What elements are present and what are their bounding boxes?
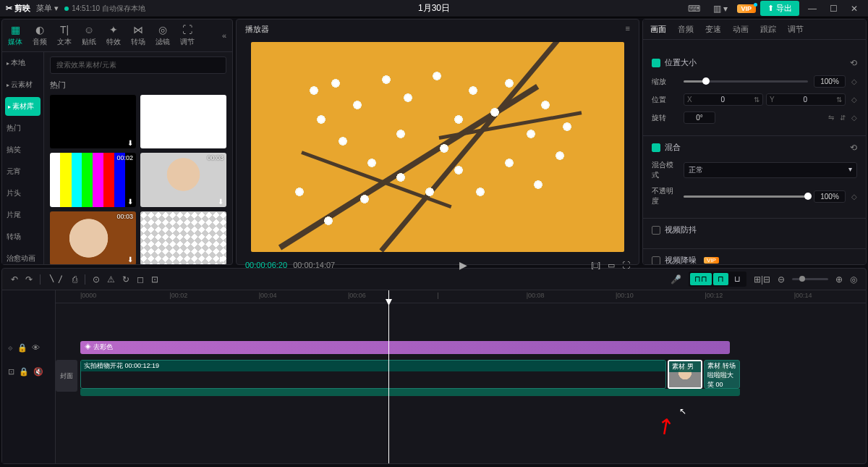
close-button[interactable]: ✕ <box>846 4 862 14</box>
sidebar-item-搞笑[interactable]: 搞笑 <box>2 139 43 161</box>
sidebar-item-云素材[interactable]: ▸云素材 <box>2 74 43 96</box>
tab-音频[interactable]: ◐音频 <box>33 24 47 47</box>
sidebar-item-片尾[interactable]: 片尾 <box>2 204 43 226</box>
player-viewport[interactable] <box>237 39 639 255</box>
timeline-tool[interactable]: ⊡ <box>151 274 158 285</box>
zoom-out-icon[interactable]: ⊖ <box>778 274 785 285</box>
media-thumbnail[interactable]: ⬇ <box>50 95 136 148</box>
shortcut-icon[interactable]: ⌨ <box>684 4 705 14</box>
snap-toggle[interactable]: ⊓⊓ ⊓ ⊔ <box>689 272 746 287</box>
keyframe-icon[interactable]: ◇ <box>851 193 857 201</box>
flip-h-icon[interactable]: ⇋ <box>828 114 834 122</box>
sidebar-item-元宵[interactable]: 元宵 <box>2 161 43 182</box>
reset-icon[interactable]: ⟲ <box>850 143 857 153</box>
zoom-in-icon[interactable]: ⊕ <box>835 274 843 285</box>
tab-调节[interactable]: ⛶调节 <box>180 24 195 47</box>
layout-icon[interactable]: ▥ ▾ <box>709 4 732 14</box>
video-clip-3[interactable]: 素材 转场 啦啦啦大笑 00 <box>704 360 740 389</box>
prop-tab-动画[interactable]: 动画 <box>733 24 749 35</box>
denoise-title: 视频降噪 <box>665 255 697 265</box>
sidebar-item-治愈动画[interactable]: 治愈动画 <box>2 248 43 264</box>
media-thumbnail[interactable]: ⬇ <box>140 95 226 148</box>
timeline-ruler[interactable]: |0000|00:02|00:04|00:06||00:08|00:10|00:… <box>56 290 866 303</box>
track-lock-icon[interactable]: 🔒 <box>19 367 29 376</box>
flip-v-icon[interactable]: ⇵ <box>840 114 846 122</box>
keyframe-icon[interactable]: ◇ <box>851 96 857 104</box>
properties-panel: 画面音频变速动画跟踪调节 基础抠像蒙版背景 位置大小 ⟲ 缩放 100% ◇ 位… <box>642 19 867 265</box>
prop-tab-变速[interactable]: 变速 <box>705 24 721 35</box>
snap-mid[interactable]: ⊓ <box>713 273 728 285</box>
track-toggle-icon[interactable]: ⊡ <box>8 367 14 376</box>
scale-slider[interactable] <box>684 80 808 83</box>
stabilize-checkbox[interactable] <box>652 226 660 235</box>
tab-特效[interactable]: ✦特效 <box>106 24 121 47</box>
preview-icon[interactable]: ⊞|⊟ <box>754 274 770 285</box>
snap-off[interactable]: ⊔ <box>730 273 745 285</box>
timeline-tool[interactable]: ↻ <box>122 274 129 285</box>
keyframe-icon[interactable]: ◇ <box>851 77 857 85</box>
timeline-panel: ↶↷〵〳⎙⊙⚠↻◻⊡ 🎤 ⊓⊓ ⊓ ⊔ ⊞|⊟ ⊖ ⊕ ◎ ⟐ 🔒 👁 ⊡ 🔒 … <box>1 268 867 464</box>
tab-文本[interactable]: T|文本 <box>57 24 72 47</box>
timeline-tool[interactable]: ⊙ <box>93 274 100 285</box>
sidebar-item-片头[interactable]: 片头 <box>2 182 43 204</box>
keyframe-icon[interactable]: ◇ <box>851 114 857 122</box>
prop-tab-调节[interactable]: 调节 <box>788 24 804 35</box>
video-clip-main[interactable]: 实拍植物开花 00:00:12:19 <box>80 360 666 389</box>
blend-checkbox[interactable] <box>652 143 660 152</box>
media-thumbnail[interactable]: 00:02⬇ <box>50 153 136 206</box>
minimize-button[interactable]: — <box>804 4 821 14</box>
toolbar-divider <box>85 274 85 285</box>
adjustment-clip[interactable]: ◈ 去彩色 <box>80 341 730 354</box>
timeline-tool[interactable]: ⎙ <box>72 274 77 285</box>
tab-贴纸[interactable]: ☺贴纸 <box>82 24 96 47</box>
position-x-input[interactable]: X0⇅ <box>684 93 763 106</box>
reset-icon[interactable]: ⟲ <box>850 58 857 68</box>
zoom-slider[interactable] <box>792 278 828 280</box>
cover-tag[interactable]: 封面 <box>56 360 77 392</box>
timeline-tool[interactable]: ↶ <box>11 274 18 285</box>
media-thumbnail[interactable]: ⬇ <box>140 211 226 264</box>
timeline-tracks[interactable]: |0000|00:02|00:04|00:06||00:08|00:10|00:… <box>56 290 866 463</box>
main-menu[interactable]: 菜单 ▾ <box>36 3 59 14</box>
vip-badge[interactable]: VIP <box>737 4 757 13</box>
prop-tab-画面[interactable]: 画面 <box>650 24 666 35</box>
collapse-icon[interactable]: « <box>222 31 226 40</box>
opacity-slider[interactable] <box>684 195 808 198</box>
timeline-tool[interactable]: ◻ <box>137 274 144 285</box>
video-clip-2[interactable]: 素材 男 <box>668 360 702 389</box>
maximize-button[interactable]: ☐ <box>825 4 842 14</box>
pos-size-checkbox[interactable] <box>652 59 660 67</box>
track-visible-icon[interactable]: 👁 <box>32 343 40 352</box>
playhead[interactable] <box>388 290 389 463</box>
timeline-tool[interactable]: ⚠ <box>107 274 115 285</box>
position-y-input[interactable]: Y0⇅ <box>766 93 846 106</box>
player-menu-icon[interactable]: ≡ <box>626 24 630 35</box>
timeline-tool[interactable]: 〵〳 <box>48 274 65 285</box>
denoise-checkbox[interactable] <box>652 256 660 265</box>
opacity-value[interactable]: 100% <box>814 190 846 203</box>
track-lock-icon[interactable]: 🔒 <box>17 343 27 353</box>
sidebar-item-转场[interactable]: 转场 <box>2 226 43 248</box>
ruler-tick: |00:10 <box>616 292 634 299</box>
track-toggle-icon[interactable]: ⟐ <box>8 343 13 352</box>
tab-滤镜[interactable]: ◎滤镜 <box>156 24 170 47</box>
prop-tab-跟踪[interactable]: 跟踪 <box>760 24 776 35</box>
rotate-value[interactable]: 0° <box>684 112 715 124</box>
export-button[interactable]: ⬆导出 <box>760 1 799 16</box>
track-mute-icon[interactable]: 🔇 <box>33 367 43 376</box>
tab-媒体[interactable]: ▦媒体 <box>8 24 22 47</box>
search-input[interactable]: 搜索效果素材/元素 <box>50 56 226 74</box>
prop-tab-音频[interactable]: 音频 <box>678 24 694 35</box>
scale-value[interactable]: 100% <box>814 75 846 88</box>
mic-icon[interactable]: 🎤 <box>671 274 681 285</box>
tab-转场[interactable]: ⋈转场 <box>131 24 145 47</box>
sidebar-item-热门[interactable]: 热门 <box>2 117 43 139</box>
sidebar-item-素材库[interactable]: ▸素材库 <box>5 97 41 116</box>
sidebar-item-本地[interactable]: ▸本地 <box>2 52 43 74</box>
fit-icon[interactable]: ◎ <box>850 274 857 285</box>
media-thumbnail[interactable]: 00:03⬇ <box>50 211 136 264</box>
snap-on[interactable]: ⊓⊓ <box>690 273 712 285</box>
timeline-tool[interactable]: ↷ <box>25 274 33 285</box>
blend-mode-dropdown[interactable]: 正常▾ <box>684 162 857 178</box>
media-thumbnail[interactable]: 00:03⬇ <box>140 153 226 206</box>
